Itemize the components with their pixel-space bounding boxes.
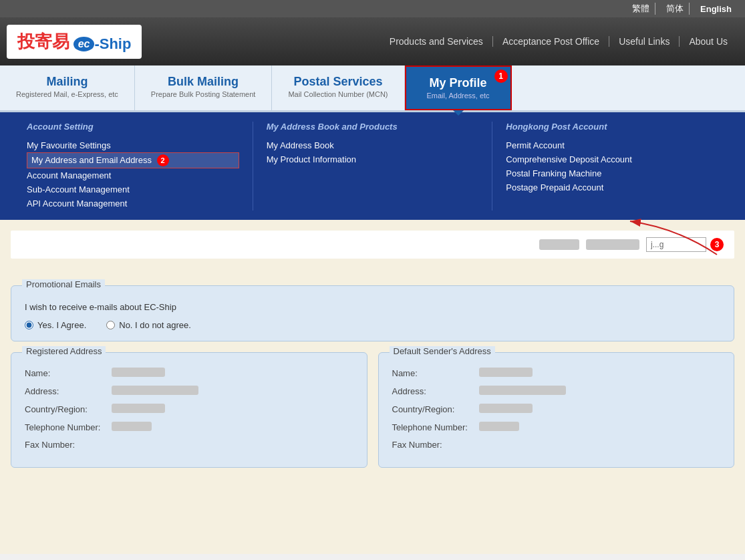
main-content: 3 your user name is here Promotional Ema… (0, 220, 745, 554)
reg-address-label: Address: (25, 386, 112, 396)
badge-2: 2 (157, 154, 169, 166)
sender-address-field: Address: (392, 386, 721, 397)
address-row: Registered Address Name: Address: Countr… (11, 352, 734, 468)
header: 投寄易 ec -Ship Products and Services Accep… (0, 17, 745, 65)
tab-postal[interactable]: Postal Services Mail Collection Number (… (272, 65, 404, 110)
menu-address-book[interactable]: My Address Book (267, 138, 479, 152)
reg-tel-field: Telephone Number: (25, 422, 353, 433)
top-info-row: 3 your user name is here (11, 231, 734, 259)
tab-mailing-title: Mailing (16, 75, 118, 89)
radio-yes[interactable]: Yes. I Agree. (25, 320, 86, 330)
radio-yes-label: Yes. I Agree. (37, 320, 86, 330)
sender-tel-value (479, 422, 519, 433)
tab-mailing-sub: Registered Mail, e-Express, etc (16, 90, 118, 98)
sender-fax-field: Fax Number: (392, 440, 721, 450)
reg-country-field: Country/Region: (25, 404, 353, 415)
dropdown-col-account: Account Setting My Favourite Settings My… (13, 122, 253, 211)
col-title-account: Account Setting (27, 122, 239, 132)
menu-product-info[interactable]: My Product Information (267, 152, 479, 166)
reg-country-value (112, 404, 165, 415)
nav-acceptance[interactable]: Acceptance Post Office (493, 36, 609, 47)
menu-subaccount[interactable]: Sub-Account Management (27, 182, 239, 196)
tab-postal-sub: Mail Collection Number (MCN) (288, 90, 388, 98)
tab-profile-title: My Profile (422, 76, 494, 90)
col-title-addressbook: My Address Book and Products (267, 122, 479, 132)
reg-tel-label: Telephone Number: (25, 422, 112, 432)
nav-useful[interactable]: Useful Links (609, 36, 680, 47)
reg-fax-label: Fax Number: (25, 440, 112, 450)
sender-address-label: Address: (392, 386, 479, 396)
menu-prepaid[interactable]: Postage Prepaid Account (506, 180, 718, 194)
sender-address-box: Default Sender's Address Name: Address: … (378, 352, 735, 468)
logo-ship: -Ship (94, 35, 131, 53)
tab-profile[interactable]: My Profile Email, Address, etc 1 (405, 65, 512, 110)
promo-text: I wish to receive e-mails about EC-Ship (25, 302, 720, 312)
sender-name-label: Name: (392, 368, 479, 378)
reg-country-label: Country/Region: (25, 404, 112, 414)
nav-products[interactable]: Products and Services (380, 36, 493, 47)
tab-profile-sub: Email, Address, etc (422, 92, 494, 100)
logo[interactable]: 投寄易 ec -Ship (7, 25, 142, 59)
language-bar: 繁體 简体 English (0, 0, 745, 17)
reg-name-value (112, 368, 165, 379)
menu-address-email[interactable]: My Address and Email Address 2 (27, 152, 239, 168)
menu-account-mgmt[interactable]: Account Management (27, 168, 239, 182)
reg-name-field: Name: (25, 368, 353, 379)
sender-address-value (479, 386, 566, 397)
menu-deposit[interactable]: Comprehensive Deposit Account (506, 152, 718, 166)
sender-country-value (479, 404, 533, 415)
sender-tel-label: Telephone Number: (392, 422, 479, 432)
logo-kanji: 投寄易 (17, 31, 69, 51)
username-input[interactable] (646, 237, 706, 252)
lang-simplified[interactable]: 简体 (661, 3, 690, 15)
nav-about[interactable]: About Us (680, 36, 737, 47)
menu-franking[interactable]: Postal Franking Machine (506, 166, 718, 180)
username-area: 3 your user name is here (646, 237, 724, 252)
sender-country-field: Country/Region: (392, 404, 721, 415)
sender-name-value (479, 368, 533, 379)
tab-bulk-title: Bulk Mailing (151, 75, 256, 89)
registered-legend: Registered Address (22, 346, 106, 356)
lang-traditional[interactable]: 繁體 (627, 3, 655, 15)
logo-ec: ec (73, 37, 95, 51)
radio-no-label: No. I do not agree. (119, 320, 191, 330)
sender-country-label: Country/Region: (392, 404, 479, 414)
badge-1: 1 (494, 69, 508, 83)
sender-name-field: Name: (392, 368, 721, 379)
reg-address-value (112, 386, 198, 397)
tab-mailing[interactable]: Mailing Registered Mail, e-Express, etc (0, 65, 135, 110)
tab-bulk-sub: Prepare Bulk Posting Statement (151, 90, 256, 98)
blurred-info-2 (586, 239, 639, 250)
promo-emails-section: Promotional Emails I wish to receive e-m… (11, 285, 734, 341)
lang-english[interactable]: English (695, 4, 737, 14)
promo-legend: Promotional Emails (22, 279, 105, 289)
logo-ecship: ec -Ship (73, 35, 132, 53)
tab-postal-title: Postal Services (288, 75, 388, 89)
sender-legend: Default Sender's Address (390, 346, 495, 356)
sender-fax-label: Fax Number: (392, 440, 479, 450)
radio-no-input[interactable] (106, 321, 115, 329)
col-title-hkpost: Hongkong Post Account (506, 122, 718, 132)
registered-address-box: Registered Address Name: Address: Countr… (11, 352, 367, 468)
dropdown-col-addressbook: My Address Book and Products My Address … (253, 122, 493, 211)
blurred-info-1 (539, 239, 579, 250)
sender-tel-field: Telephone Number: (392, 422, 721, 433)
main-nav: Products and Services Acceptance Post Of… (380, 36, 745, 47)
radio-yes-input[interactable] (25, 321, 33, 329)
promo-radio-group: Yes. I Agree. No. I do not agree. (25, 320, 720, 330)
reg-tel-value (112, 422, 152, 433)
dropdown-menu: Account Setting My Favourite Settings My… (0, 112, 745, 220)
reg-fax-field: Fax Number: (25, 440, 353, 450)
tab-bulk[interactable]: Bulk Mailing Prepare Bulk Posting Statem… (135, 65, 273, 110)
reg-address-field: Address: (25, 386, 353, 397)
menu-permit[interactable]: Permit Account (506, 138, 718, 152)
dropdown-col-hkpost: Hongkong Post Account Permit Account Com… (492, 122, 732, 211)
reg-name-label: Name: (25, 368, 112, 378)
menu-favourites[interactable]: My Favourite Settings (27, 138, 239, 152)
tabs-row: Mailing Registered Mail, e-Express, etc … (0, 65, 745, 112)
menu-api[interactable]: API Account Management (27, 196, 239, 211)
badge-3: 3 (710, 238, 724, 251)
radio-no[interactable]: No. I do not agree. (106, 320, 191, 330)
